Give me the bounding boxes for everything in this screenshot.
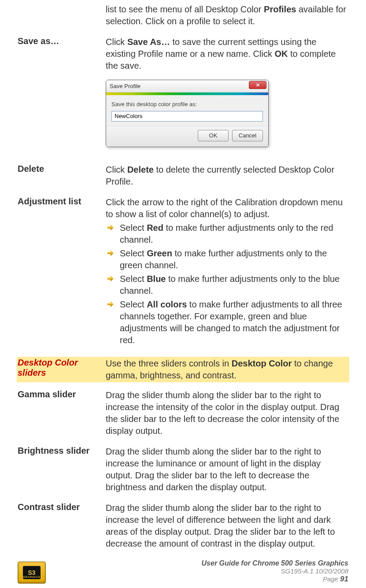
intro-text: list to see the menu of all Desktop Colo… [106,4,348,27]
profile-name-input[interactable] [111,111,263,122]
list-item: Select Green to make further adjustments… [106,248,348,271]
brightness-p: Drag the slider thumb along the slider b… [106,446,348,493]
adj3-pre: Select [120,300,147,309]
list-item: Select Blue to make further adjustments … [106,273,348,297]
brightness-text: Drag the slider thumb along the slider b… [106,446,348,493]
dialog-titlebar: Save Profile ✕ [106,80,268,92]
contrast-p: Drag the slider thumb along the slider b… [106,502,348,550]
desktop-color-sliders-header: Desktop Color sliders Use the three slid… [17,357,349,382]
delete-text: Click Delete to delete the currently sel… [106,164,348,188]
sh-b: Desktop Color [232,359,292,368]
delete-pre: Click [106,165,127,174]
adjustment-label: Adjustment list [18,196,106,348]
adj0-pre: Select [120,223,147,233]
close-icon: ✕ [256,82,260,89]
list-item: Select All colors to make further adjust… [106,299,348,346]
gamma-text: Drag the slider thumb along the slider b… [106,389,348,437]
gamma-p: Drag the slider thumb along the slider b… [106,389,348,437]
adj2-b: Blue [147,274,166,284]
saveas-b2: OK [275,49,288,59]
intro-bold: Profiles [264,4,296,14]
gamma-label: Gamma slider [18,389,106,437]
footer-page-num: 91 [340,575,348,583]
ok-button[interactable]: OK [198,130,229,141]
sh-pre: Use the three sliders controls in [106,359,232,368]
adj3-b: All colors [147,300,187,309]
arrow-bullet-icon [107,301,114,307]
adj0-b: Red [147,223,163,233]
delete-b: Delete [127,165,154,174]
list-item: Select Red to make further adjustments o… [106,222,348,246]
footer-title: User Guide for Chrome 500 Series Graphic… [202,559,348,567]
dialog-prompt: Save this desktop color profile as: [111,100,263,108]
footer-page: Page 91 [202,575,348,584]
arrow-bullet-icon [107,276,114,282]
adj1-pre: Select [120,248,147,258]
intro-pre: list to see the menu of all Desktop Colo… [106,4,264,14]
brightness-label: Brightness slider [18,446,106,493]
footer-page-pre: Page [323,575,340,583]
close-button[interactable]: ✕ [249,81,266,89]
cancel-button[interactable]: Cancel [232,130,263,141]
adjustment-intro: Click the arrow to the right of the Cali… [106,196,348,220]
contrast-label: Contrast slider [18,502,106,550]
saveas-pre: Click [106,37,127,47]
logo-subtext: GRAPHICS [23,576,41,578]
sliders-header-label: Desktop Color sliders [18,358,106,381]
dialog-title-text: Save Profile [110,82,140,90]
saveas-b1: Save As… [127,37,170,47]
footer-meta: SG195-A.1 10/20/2008 [202,567,348,575]
arrow-bullet-icon [107,225,114,231]
adj1-b: Green [147,248,172,258]
save-as-text: Click Save As… to save the current setti… [106,36,348,72]
sliders-header-text: Use the three sliders controls in Deskto… [106,358,348,381]
logo-text: S3 [28,569,35,576]
contrast-text: Drag the slider thumb along the slider b… [106,502,348,550]
delete-label: Delete [18,164,106,188]
save-as-label: Save as… [18,36,106,155]
adj2-pre: Select [120,274,147,284]
page-footer: S3 GRAPHICS User Guide for Chrome 500 Se… [18,559,348,584]
arrow-bullet-icon [107,250,114,256]
save-profile-dialog: Save Profile ✕ Save this desktop color p… [106,80,269,147]
s3-logo: S3 GRAPHICS [18,562,46,584]
